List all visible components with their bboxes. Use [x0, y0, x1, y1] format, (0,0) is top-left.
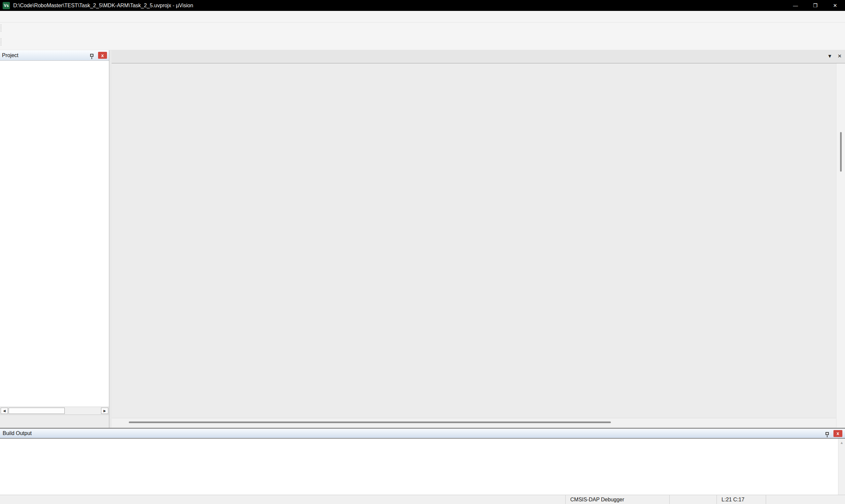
- window-title: D:\Code\RoboMaster\TEST\Task_2_5\MDK-ARM…: [13, 3, 193, 8]
- uvision-window: Vs D:\Code\RoboMaster\TEST\Task_2_5\MDK-…: [0, 0, 845, 504]
- project-tree: [0, 61, 109, 407]
- window-controls: — ❐ ✕: [786, 0, 845, 11]
- status-cursor-position: L:21 C:17: [717, 495, 766, 504]
- tab-bar-buttons: ▼ ✕: [827, 53, 842, 59]
- pin-icon[interactable]: [826, 432, 829, 435]
- tab-close-icon[interactable]: ✕: [838, 53, 842, 59]
- tab-list-dropdown-icon[interactable]: ▼: [827, 53, 832, 59]
- scroll-thumb[interactable]: [840, 132, 842, 172]
- toolbar-file: [0, 22, 845, 34]
- project-panel-tabs: [0, 415, 109, 428]
- project-panel-title: Project: [2, 53, 88, 58]
- minimize-button[interactable]: —: [786, 0, 805, 11]
- project-panel: Project x ◀ ▶: [0, 50, 109, 428]
- menu-bar: [0, 11, 845, 22]
- editor-tab-bar: ▼ ✕: [111, 50, 845, 64]
- scroll-up-icon[interactable]: ▲: [840, 440, 844, 445]
- scroll-thumb[interactable]: [129, 421, 611, 423]
- build-output-title: Build Output: [3, 430, 824, 436]
- project-tree-hscrollbar[interactable]: ◀ ▶: [0, 407, 109, 415]
- panel-splitter[interactable]: [109, 50, 111, 428]
- toolbar-build: [0, 34, 845, 50]
- close-button[interactable]: ✕: [825, 0, 845, 11]
- editor-hscrollbar[interactable]: [111, 418, 836, 427]
- editor-vscrollbar[interactable]: [836, 64, 845, 428]
- editor-region: ▼ ✕: [111, 50, 845, 428]
- code-editor[interactable]: [111, 64, 836, 418]
- pin-icon[interactable]: [90, 54, 93, 57]
- build-output-content[interactable]: ▲: [0, 439, 845, 495]
- status-bar: CMSIS-DAP Debugger L:21 C:17: [0, 495, 845, 504]
- scroll-left-icon[interactable]: ◀: [1, 408, 8, 414]
- uvision-logo-icon: Vs: [3, 2, 10, 9]
- scroll-right-icon[interactable]: ▶: [101, 408, 108, 414]
- scroll-thumb[interactable]: [8, 408, 65, 414]
- build-output-header: Build Output x: [0, 429, 845, 439]
- project-panel-close-button[interactable]: x: [98, 52, 107, 59]
- build-output-panel: Build Output x ▲: [0, 428, 845, 495]
- title-bar: Vs D:\Code\RoboMaster\TEST\Task_2_5\MDK-…: [0, 0, 845, 11]
- build-output-vscrollbar[interactable]: ▲: [838, 439, 845, 495]
- project-panel-header: Project x: [0, 50, 109, 61]
- build-output-close-button[interactable]: x: [833, 430, 842, 437]
- restore-button[interactable]: ❐: [805, 0, 825, 11]
- status-debugger: CMSIS-DAP Debugger: [565, 495, 670, 504]
